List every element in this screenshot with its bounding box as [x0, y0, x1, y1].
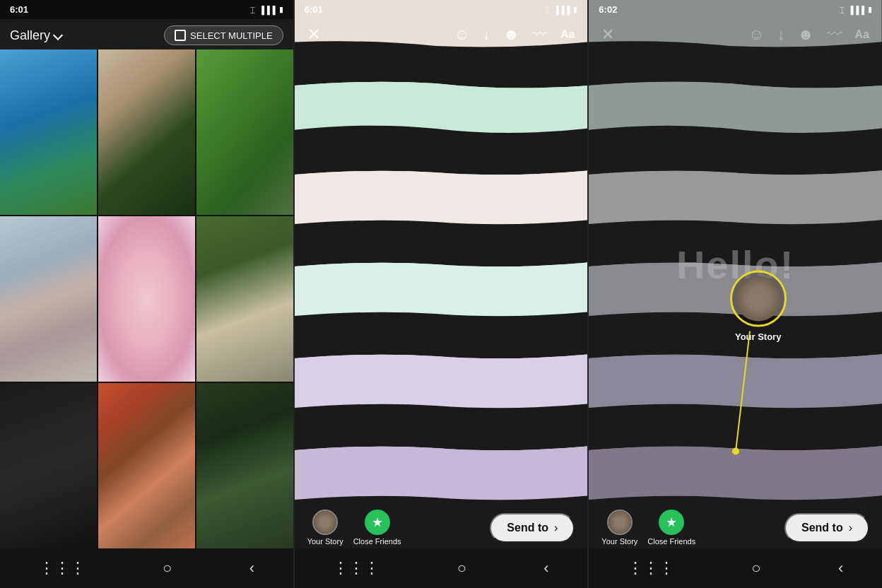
send-to-text-3: Send to [801, 522, 843, 534]
sticker-icon-2[interactable]: ☻ [503, 25, 519, 44]
nav-menu-icon-2[interactable]: ⋮⋮⋮ [333, 559, 380, 577]
gallery-cell-5[interactable] [98, 216, 195, 382]
star-icon-3: ★ [666, 514, 677, 530]
select-multiple-button[interactable]: SELECT MULTIPLE [164, 25, 283, 45]
music-icon-3[interactable]: 〰 [827, 25, 842, 44]
wifi-icon-3: ⌶ [840, 6, 845, 14]
send-to-text-2: Send to [507, 522, 548, 534]
your-story-dest-2[interactable]: Your Story [307, 510, 343, 546]
story-destinations-2: Your Story ★ Close Friends Send to › [295, 510, 588, 546]
avatar-image-2 [314, 511, 336, 534]
story-bottom-2: Your Story ★ Close Friends Send to › [295, 510, 588, 546]
close-friends-btn-3: ★ [659, 510, 684, 535]
bottom-nav-1: ⋮⋮⋮ ○ ‹ [0, 548, 293, 588]
sticker-icon-3[interactable]: ☻ [797, 25, 813, 44]
panel-story-callout: 6:02 ⌶ ▐▐▐ ▮ ✕ ☺ ↓ ☻ 〰 Aa Hello! Your St… [587, 0, 882, 588]
close-friends-dest-2[interactable]: ★ Close Friends [353, 510, 401, 546]
select-multiple-icon [175, 30, 186, 41]
your-story-label-2: Your Story [307, 537, 343, 546]
story-bottom-3: Your Story ★ Close Friends Send to › [589, 510, 882, 546]
status-bar-2: 6:01 ⌶ ▐▐▐ ▮ [295, 0, 588, 19]
close-button-2[interactable]: ✕ [307, 25, 320, 44]
close-button-3[interactable]: ✕ [601, 25, 614, 44]
bottom-nav-2: ⋮⋮⋮ ○ ‹ [295, 548, 588, 588]
gallery-label: Gallery [10, 28, 50, 43]
wifi-icon-2: ⌶ [545, 6, 550, 14]
close-friends-btn-2: ★ [365, 510, 390, 535]
gallery-cell-7[interactable] [0, 383, 97, 548]
text-tool-3[interactable]: Aa [855, 28, 869, 41]
gallery-cell-9[interactable] [196, 383, 293, 548]
battery-icon: ▮ [279, 5, 283, 14]
your-story-label-3: Your Story [601, 537, 637, 546]
gallery-cell-8[interactable] [98, 383, 195, 548]
gallery-header: Gallery SELECT MULTIPLE [0, 20, 293, 51]
toolbar-icons-right-2: ☺ ↓ ☻ 〰 Aa [454, 25, 575, 44]
status-bar-3: 6:02 ⌶ ▐▐▐ ▮ [589, 0, 882, 19]
avatar-image-3 [608, 511, 631, 534]
close-friends-label-2: Close Friends [353, 537, 401, 546]
nav-menu-icon[interactable]: ⋮⋮⋮ [39, 559, 86, 577]
toolbar-icons-right-3: ☺ ↓ ☻ 〰 Aa [748, 25, 869, 44]
gallery-cell-3[interactable] [196, 49, 293, 215]
callout-line-svg [750, 331, 792, 458]
nav-menu-icon-3[interactable]: ⋮⋮⋮ [628, 559, 674, 577]
panel-gallery: 6:01 ⌶ ▐▐▐ ▮ Gallery SELECT MULTIPLE ⋮⋮⋮… [0, 0, 293, 588]
story-destinations-3: Your Story ★ Close Friends Send to › [589, 510, 882, 546]
story-background [295, 0, 588, 588]
close-friends-label-3: Close Friends [647, 537, 695, 546]
nav-back-icon[interactable]: ‹ [249, 559, 254, 577]
send-to-arrow-2: › [554, 522, 558, 534]
gallery-grid [0, 49, 293, 548]
status-bar-1: 6:01 ⌶ ▐▐▐ ▮ [0, 0, 293, 19]
your-story-avatar-3 [607, 510, 633, 535]
nav-home-icon-2[interactable]: ○ [457, 559, 466, 577]
download-icon-3[interactable]: ↓ [777, 25, 784, 44]
panel-story-editor: 6:01 ⌶ ▐▐▐ ▮ ✕ ☺ ↓ ☻ 〰 Aa Your Story [293, 0, 588, 588]
your-story-callout: Your Story [730, 270, 787, 341]
your-story-avatar-2 [312, 510, 338, 535]
time-2: 6:01 [305, 4, 323, 15]
send-to-button-2[interactable]: Send to › [490, 513, 575, 543]
gallery-title[interactable]: Gallery [10, 28, 61, 43]
story-toolbar-3: ✕ ☺ ↓ ☻ 〰 Aa [589, 20, 882, 49]
time-1: 6:01 [10, 4, 28, 15]
signal-icon-3: ▐▐▐ [848, 6, 864, 14]
bottom-nav-3: ⋮⋮⋮ ○ ‹ [589, 548, 882, 588]
music-icon-2[interactable]: 〰 [532, 25, 548, 44]
gallery-cell-4[interactable] [0, 216, 97, 382]
download-icon-2[interactable]: ↓ [483, 25, 490, 44]
gallery-cell-6[interactable] [196, 216, 293, 382]
select-multiple-label: SELECT MULTIPLE [190, 30, 273, 41]
svg-point-3 [732, 447, 739, 454]
emoji-icon-2[interactable]: ☺ [454, 25, 469, 44]
text-tool-2[interactable]: Aa [560, 28, 575, 41]
send-to-arrow-3: › [849, 522, 852, 534]
status-icons-3: ⌶ ▐▐▐ ▮ [840, 5, 872, 14]
status-icons-1: ⌶ ▐▐▐ ▮ [250, 5, 283, 14]
battery-icon-3: ▮ [868, 5, 872, 14]
gallery-cell-2[interactable] [98, 49, 195, 215]
gallery-cell-1[interactable] [0, 49, 97, 215]
status-icons-2: ⌶ ▐▐▐ ▮ [545, 5, 577, 14]
close-friends-dest-3[interactable]: ★ Close Friends [647, 510, 695, 546]
callout-circle [730, 270, 787, 327]
send-to-button-3[interactable]: Send to › [784, 513, 869, 543]
nav-back-icon-3[interactable]: ‹ [838, 559, 843, 577]
callout-avatar [736, 276, 781, 321]
chevron-down-icon [53, 30, 63, 40]
story-toolbar-2: ✕ ☺ ↓ ☻ 〰 Aa [295, 20, 588, 49]
emoji-icon-3[interactable]: ☺ [748, 25, 764, 44]
signal-icon-2: ▐▐▐ [553, 6, 570, 14]
wifi-icon: ⌶ [250, 6, 255, 14]
nav-home-icon[interactable]: ○ [163, 559, 172, 577]
star-icon-2: ★ [372, 514, 383, 530]
battery-icon-2: ▮ [573, 5, 577, 14]
nav-back-icon-2[interactable]: ‹ [543, 559, 548, 577]
time-3: 6:02 [599, 4, 617, 15]
your-story-dest-3[interactable]: Your Story [601, 510, 637, 546]
signal-icon: ▐▐▐ [259, 6, 275, 14]
nav-home-icon-3[interactable]: ○ [751, 559, 760, 577]
